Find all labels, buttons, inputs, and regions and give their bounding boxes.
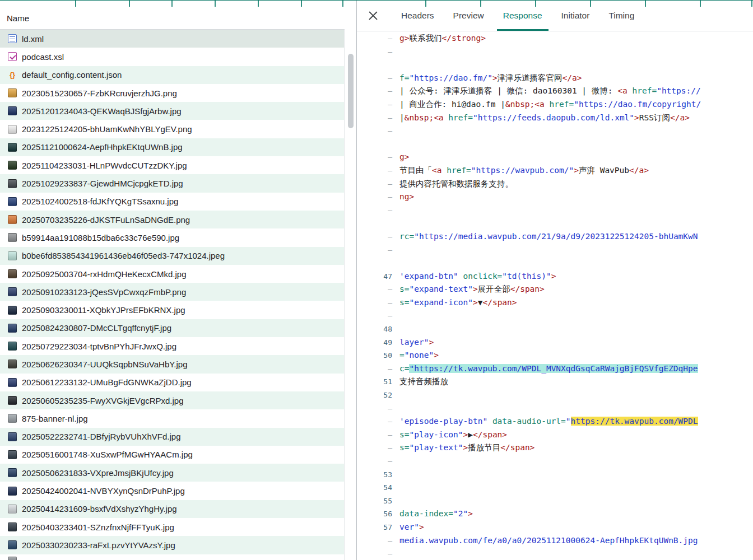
code-line: 57ver">	[357, 521, 753, 534]
detail-panel: HeadersPreviewResponseInitiatorTiming –g…	[357, 1, 753, 560]
network-request-row[interactable]: 20250824230807-DMcCLTgqffcnytjF.jpg	[0, 319, 344, 337]
code-viewer[interactable]: –g>联系我们</strong>––f="https://dao.fm/">津津…	[357, 32, 753, 560]
network-request-row[interactable]: 20251104233031-HLnPWvdcCUTzzDKY.jpg	[0, 156, 344, 174]
line-number	[357, 217, 399, 230]
code-line	[357, 256, 753, 270]
code-line-text: 支持音频播放	[399, 375, 448, 389]
network-request-row[interactable]: 20251024002518-fdJKfYQKgTSsaxnu.jpg	[0, 193, 344, 211]
line-number: –	[357, 98, 399, 111]
network-request-row[interactable]: 20230515230657-FzbKRcruvjerzhJG.png	[0, 84, 344, 102]
code-line: –g>	[357, 151, 753, 164]
network-request-row[interactable]: 20251029233837-GjewdHMCjcpgkETD.jpg	[0, 174, 344, 192]
network-request-row[interactable]: 20250403233401-SZnzfnxNjfFFTyuK.jpg	[0, 518, 344, 536]
network-request-row[interactable]: 20250516001748-XuSxwPfMGwHYAACm.jpg	[0, 446, 344, 464]
network-request-row[interactable]: b59914aa191088b15dba6c33c76e590.jpg	[0, 228, 344, 246]
code-line: –| 公众号: 津津乐道播客 | 微信: dao160301 | 微博: <a …	[357, 85, 753, 98]
network-request-row[interactable]: 20250522232741-DBfyjRybVUhXhVFd.jpg	[0, 428, 344, 446]
timeline-tick	[215, 1, 216, 7]
network-request-row[interactable]: 20250910233123-jQesSVpCwxqzFmbP.png	[0, 283, 344, 301]
image-thumbnail-icon	[8, 324, 17, 333]
code-line-text: rc="https://media.wavpub.com/21/9a/d9/20…	[399, 230, 698, 244]
request-list: ld.xmlpodcast.xsl{}default_config.conten…	[0, 30, 345, 560]
line-number	[357, 256, 399, 270]
network-request-row[interactable]: podcast.xsl	[0, 48, 344, 66]
column-header-name[interactable]: Name	[0, 7, 345, 30]
timeline-tick	[590, 1, 591, 7]
image-thumbnail-icon	[8, 505, 17, 514]
network-request-row[interactable]: 20250729223034-tptvBnPYhJFrJwxQ.jpg	[0, 337, 344, 355]
request-name: 20230515230657-FzbKRcruvjerzhJG.png	[22, 88, 177, 98]
code-line-text: g>	[399, 151, 409, 164]
line-number: –	[357, 547, 399, 560]
close-icon[interactable]	[368, 11, 378, 21]
code-line: –	[357, 244, 753, 257]
line-number: –	[357, 32, 399, 45]
timeline-tick	[75, 1, 76, 7]
line-number: –	[357, 283, 399, 296]
request-name: 20250516001748-XuSxwPfMGwHYAACm.jpg	[22, 450, 193, 459]
network-request-row[interactable]: 20250414231609-bsxfVdXshyzYhgHy.jpg	[0, 500, 344, 518]
network-request-row[interactable]: 20250703235226-dJKSTFuLnSaDNGdE.png	[0, 211, 344, 228]
line-number: –	[357, 428, 399, 442]
scrollbar-track[interactable]	[345, 30, 356, 560]
request-name: 20250824230807-DMcCLTgqffcnytjF.jpg	[22, 323, 171, 333]
request-name: 20250330230233-raFxLpzvYtYVAzsY.jpg	[22, 540, 175, 550]
code-line-text: |&nbsp;<a href="https://feeds.daopub.com…	[399, 111, 690, 125]
code-line-text: s="play-text">播放节目</span>	[399, 441, 534, 455]
line-number: –	[357, 45, 399, 59]
code-line-text: f="https://dao.fm/">津津乐道播客官网</a>	[399, 72, 582, 85]
network-request-row[interactable]: 875-banner-nl.jpg	[0, 409, 344, 427]
scrollbar-thumb[interactable]	[348, 54, 354, 128]
code-line: –media.wavpub.com/fe/a0/a0/2025112100062…	[357, 534, 753, 548]
line-number: –	[357, 402, 399, 416]
timeline-tick	[645, 1, 646, 7]
code-line-text: s="expand-text">展开全部</span>	[399, 283, 545, 296]
code-line: –	[357, 124, 753, 138]
code-line: –s="play-icon">▶</span>	[357, 428, 753, 442]
network-request-row[interactable]: 20231225124205-bhUamKwNhYBLYgEV.png	[0, 120, 344, 138]
request-name: podcast.xsl	[22, 52, 64, 62]
network-request-row[interactable]: 20250612233132-UMuBgFdGNWKaZjDD.jpg	[0, 374, 344, 391]
network-request-row[interactable]: 20251121000624-AepfHhpkEKtqUWnB.jpg	[0, 138, 344, 156]
request-name: ld.xml	[22, 34, 44, 44]
request-name: b59914aa191088b15dba6c33c76e590.jpg	[22, 233, 179, 242]
request-name: 20250925003704-rxHdmQHeKecxCMkd.jpg	[22, 269, 187, 279]
network-request-row[interactable]: 20250424002041-NVBYXynQsnDrPuhP.jpg	[0, 482, 344, 500]
line-number: –	[357, 178, 399, 191]
request-name: 20250414231609-bsxfVdXshyzYhgHy.jpg	[22, 504, 177, 514]
line-number: 57	[357, 521, 399, 534]
line-number: –	[357, 85, 399, 98]
timeline-tick	[171, 1, 173, 7]
network-request-row[interactable]: 20250626230347-UUQkSqpbNSuVaHbY.jpg	[0, 355, 344, 373]
network-request-row[interactable]: {}default_config.content.json	[0, 66, 344, 84]
line-number: 54	[357, 481, 399, 494]
line-number: –	[357, 124, 399, 138]
image-thumbnail-icon	[8, 88, 17, 97]
line-number: –	[357, 190, 399, 204]
request-name: 20250522232741-DBfyjRybVUhXhVFd.jpg	[22, 432, 181, 441]
code-line: –	[357, 547, 753, 560]
timeline-ruler	[357, 1, 753, 7]
code-line-text: c="https://tk.wavpub.com/WPDL_MVNXqdGsqC…	[399, 362, 698, 376]
code-line-text: 'episode-play-btn" data-audio-url="https…	[399, 415, 698, 428]
line-number: 52	[357, 389, 399, 402]
network-request-row[interactable]: 20250903230011-XQbkYJPrsEFbKRNX.jpg	[0, 301, 344, 319]
network-request-row[interactable]: ld.xml	[0, 30, 344, 48]
line-number: 47	[357, 270, 399, 283]
network-request-row[interactable]: 20251201234043-QEKWaqBJSfgjArbw.jpg	[0, 102, 344, 120]
network-request-row[interactable]: 20250506231833-VXpreJmsjBKjUfcy.jpg	[0, 464, 344, 482]
request-name: default_config.content.json	[22, 70, 122, 80]
image-thumbnail-icon	[8, 342, 17, 351]
image-thumbnail-icon	[8, 306, 17, 315]
network-request-row[interactable]	[0, 554, 344, 560]
network-request-row[interactable]: 20250330230233-raFxLpzvYtYVAzsY.jpg	[0, 536, 344, 554]
network-request-row[interactable]: 20250605235235-FwyXVGkjEVgcRPxd.jpg	[0, 391, 344, 409]
code-line: –rc="https://media.wavpub.com/21/9a/d9/2…	[357, 230, 753, 244]
image-thumbnail-icon	[8, 557, 17, 560]
request-name: 20250910233123-jQesSVpCwxqzFmbP.png	[22, 287, 186, 297]
line-number: 55	[357, 494, 399, 508]
network-request-row[interactable]: b0be6fd853854341961436eb46f05ed3-747x102…	[0, 247, 344, 265]
network-request-row[interactable]: 20250925003704-rxHdmQHeKecxCMkd.jpg	[0, 265, 344, 283]
code-line: –'episode-play-btn" data-audio-url="http…	[357, 415, 753, 428]
request-name: b0be6fd853854341961436eb46f05ed3-747x102…	[22, 251, 225, 260]
